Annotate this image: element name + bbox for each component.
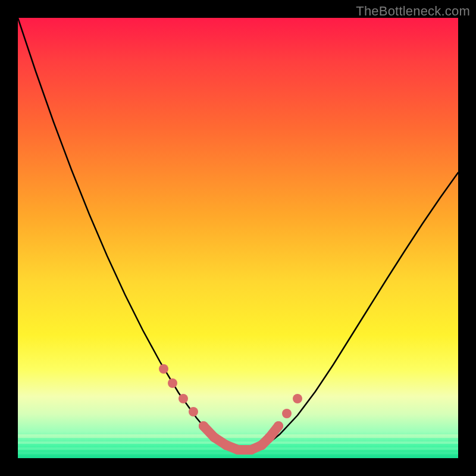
chart-svg [18, 18, 458, 458]
curve-marker-dot [246, 445, 256, 455]
curve-marker-dot [293, 394, 302, 403]
curve-marker-dot [274, 421, 283, 431]
chart-plot-area [18, 18, 458, 458]
curve-marker-dot [199, 421, 208, 431]
curve-marker-dot [265, 433, 274, 442]
curve-marker-dot [257, 440, 267, 450]
chart-frame: TheBottleneck.com [0, 0, 476, 476]
curve-marker-dot [189, 407, 198, 416]
curve-marker-dot [168, 378, 177, 388]
curve-marker-dot [178, 394, 188, 403]
curve-marker-dot [209, 433, 219, 442]
curve-marker-dot [159, 364, 168, 374]
curve-marker-dot [282, 409, 292, 418]
curve-markers [159, 364, 302, 455]
watermark-text: TheBottleneck.com [356, 4, 470, 19]
bottleneck-curve [18, 18, 458, 451]
curve-marker-dot [233, 445, 243, 455]
curve-marker-dot [221, 440, 231, 450]
